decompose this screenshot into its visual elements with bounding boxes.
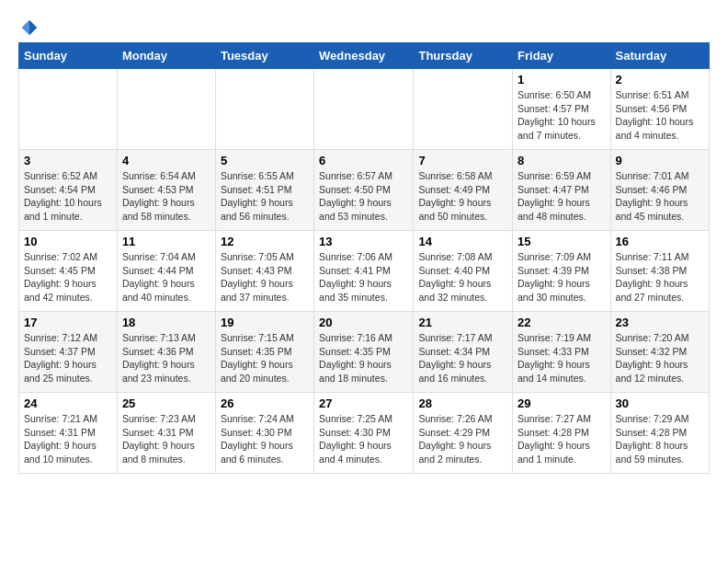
calendar-cell: 7Sunrise: 6:58 AM Sunset: 4:49 PM Daylig… [414,150,513,231]
calendar-table: SundayMondayTuesdayWednesdayThursdayFrid… [18,42,710,474]
calendar-cell [215,69,313,150]
logo-icon [20,18,39,37]
calendar-cell: 19Sunrise: 7:15 AM Sunset: 4:35 PM Dayli… [215,312,313,393]
day-number: 14 [418,235,507,248]
calendar-cell: 10Sunrise: 7:02 AM Sunset: 4:45 PM Dayli… [19,231,118,312]
day-info: Sunrise: 7:26 AM Sunset: 4:29 PM Dayligh… [418,412,507,466]
calendar-cell [19,69,118,150]
calendar-header-sunday: Sunday [19,43,118,69]
day-number: 2 [616,73,704,86]
day-number: 25 [122,396,210,410]
calendar-week-3: 10Sunrise: 7:02 AM Sunset: 4:45 PM Dayli… [19,231,710,312]
calendar-cell: 6Sunrise: 6:57 AM Sunset: 4:50 PM Daylig… [314,150,414,231]
calendar-cell: 29Sunrise: 7:27 AM Sunset: 4:28 PM Dayli… [513,393,611,474]
calendar-cell: 17Sunrise: 7:12 AM Sunset: 4:37 PM Dayli… [19,312,118,393]
svg-marker-1 [22,20,29,36]
calendar-cell: 5Sunrise: 6:55 AM Sunset: 4:51 PM Daylig… [215,150,313,231]
calendar-cell: 26Sunrise: 7:24 AM Sunset: 4:30 PM Dayli… [215,393,313,474]
day-number: 3 [24,154,112,167]
day-info: Sunrise: 6:54 AM Sunset: 4:53 PM Dayligh… [122,169,210,224]
calendar-cell: 14Sunrise: 7:08 AM Sunset: 4:40 PM Dayli… [414,231,513,312]
day-info: Sunrise: 7:25 AM Sunset: 4:30 PM Dayligh… [319,412,408,466]
calendar-cell: 28Sunrise: 7:26 AM Sunset: 4:29 PM Dayli… [414,393,513,474]
calendar-cell: 24Sunrise: 7:21 AM Sunset: 4:31 PM Dayli… [19,393,118,474]
day-number: 24 [24,396,112,410]
day-number: 17 [24,316,112,329]
day-info: Sunrise: 6:57 AM Sunset: 4:50 PM Dayligh… [319,169,408,224]
day-info: Sunrise: 7:16 AM Sunset: 4:35 PM Dayligh… [319,331,408,385]
day-info: Sunrise: 6:59 AM Sunset: 4:47 PM Dayligh… [518,169,606,224]
day-number: 8 [518,154,606,167]
day-number: 1 [518,73,606,86]
day-number: 28 [418,396,507,410]
calendar-week-2: 3Sunrise: 6:52 AM Sunset: 4:54 PM Daylig… [19,150,710,231]
calendar-cell: 22Sunrise: 7:19 AM Sunset: 4:33 PM Dayli… [513,312,611,393]
day-number: 19 [221,316,309,329]
day-info: Sunrise: 7:11 AM Sunset: 4:38 PM Dayligh… [616,250,704,304]
calendar-cell: 1Sunrise: 6:50 AM Sunset: 4:57 PM Daylig… [513,69,611,150]
day-info: Sunrise: 6:55 AM Sunset: 4:51 PM Dayligh… [221,169,309,224]
day-info: Sunrise: 7:05 AM Sunset: 4:43 PM Dayligh… [221,250,309,304]
day-number: 26 [221,396,309,410]
calendar-header-thursday: Thursday [414,43,513,69]
calendar-header-row: SundayMondayTuesdayWednesdayThursdayFrid… [19,43,710,69]
day-number: 21 [418,316,507,329]
svg-marker-0 [29,20,37,36]
calendar-cell: 12Sunrise: 7:05 AM Sunset: 4:43 PM Dayli… [215,231,313,312]
calendar-header-wednesday: Wednesday [314,43,414,69]
calendar-cell: 21Sunrise: 7:17 AM Sunset: 4:34 PM Dayli… [414,312,513,393]
day-number: 13 [319,235,408,248]
day-info: Sunrise: 6:50 AM Sunset: 4:57 PM Dayligh… [518,88,606,143]
day-number: 10 [24,235,112,248]
calendar-week-5: 24Sunrise: 7:21 AM Sunset: 4:31 PM Dayli… [19,393,710,474]
calendar-cell: 8Sunrise: 6:59 AM Sunset: 4:47 PM Daylig… [513,150,611,231]
day-info: Sunrise: 7:17 AM Sunset: 4:34 PM Dayligh… [418,331,507,385]
calendar-cell: 2Sunrise: 6:51 AM Sunset: 4:56 PM Daylig… [610,69,709,150]
calendar-cell [117,69,215,150]
day-info: Sunrise: 7:13 AM Sunset: 4:36 PM Dayligh… [122,331,210,385]
day-number: 11 [122,235,210,248]
day-number: 23 [616,316,704,329]
calendar-header-saturday: Saturday [610,43,709,69]
day-info: Sunrise: 7:24 AM Sunset: 4:30 PM Dayligh… [221,412,309,466]
calendar-cell: 15Sunrise: 7:09 AM Sunset: 4:39 PM Dayli… [513,231,611,312]
calendar-cell: 25Sunrise: 7:23 AM Sunset: 4:31 PM Dayli… [117,393,215,474]
day-info: Sunrise: 7:21 AM Sunset: 4:31 PM Dayligh… [24,412,112,466]
day-number: 15 [518,235,606,248]
calendar-cell: 20Sunrise: 7:16 AM Sunset: 4:35 PM Dayli… [314,312,414,393]
calendar-cell: 18Sunrise: 7:13 AM Sunset: 4:36 PM Dayli… [117,312,215,393]
day-info: Sunrise: 7:06 AM Sunset: 4:41 PM Dayligh… [319,250,408,304]
calendar-cell: 13Sunrise: 7:06 AM Sunset: 4:41 PM Dayli… [314,231,414,312]
calendar-header-tuesday: Tuesday [215,43,313,69]
day-info: Sunrise: 7:20 AM Sunset: 4:32 PM Dayligh… [616,331,704,385]
day-info: Sunrise: 6:52 AM Sunset: 4:54 PM Dayligh… [24,169,112,224]
day-number: 16 [616,235,704,248]
day-info: Sunrise: 7:09 AM Sunset: 4:39 PM Dayligh… [518,250,606,304]
calendar-cell [314,69,414,150]
day-number: 12 [221,235,309,248]
day-info: Sunrise: 7:29 AM Sunset: 4:28 PM Dayligh… [616,412,704,466]
day-number: 6 [319,154,408,167]
day-info: Sunrise: 7:04 AM Sunset: 4:44 PM Dayligh… [122,250,210,304]
calendar-cell: 9Sunrise: 7:01 AM Sunset: 4:46 PM Daylig… [610,150,709,231]
calendar-week-4: 17Sunrise: 7:12 AM Sunset: 4:37 PM Dayli… [19,312,710,393]
day-info: Sunrise: 7:02 AM Sunset: 4:45 PM Dayligh… [24,250,112,304]
calendar-header-monday: Monday [117,43,215,69]
day-info: Sunrise: 7:19 AM Sunset: 4:33 PM Dayligh… [518,331,606,385]
logo [18,18,39,33]
calendar-cell [414,69,513,150]
calendar-cell: 3Sunrise: 6:52 AM Sunset: 4:54 PM Daylig… [19,150,118,231]
calendar-cell: 23Sunrise: 7:20 AM Sunset: 4:32 PM Dayli… [610,312,709,393]
day-number: 29 [518,396,606,410]
day-number: 20 [319,316,408,329]
day-info: Sunrise: 7:01 AM Sunset: 4:46 PM Dayligh… [616,169,704,224]
day-info: Sunrise: 7:12 AM Sunset: 4:37 PM Dayligh… [24,331,112,385]
day-info: Sunrise: 7:23 AM Sunset: 4:31 PM Dayligh… [122,412,210,466]
day-info: Sunrise: 7:15 AM Sunset: 4:35 PM Dayligh… [221,331,309,385]
calendar-cell: 16Sunrise: 7:11 AM Sunset: 4:38 PM Dayli… [610,231,709,312]
day-number: 27 [319,396,408,410]
day-number: 7 [418,154,507,167]
calendar-cell: 30Sunrise: 7:29 AM Sunset: 4:28 PM Dayli… [610,393,709,474]
day-number: 4 [122,154,210,167]
day-info: Sunrise: 7:08 AM Sunset: 4:40 PM Dayligh… [418,250,507,304]
